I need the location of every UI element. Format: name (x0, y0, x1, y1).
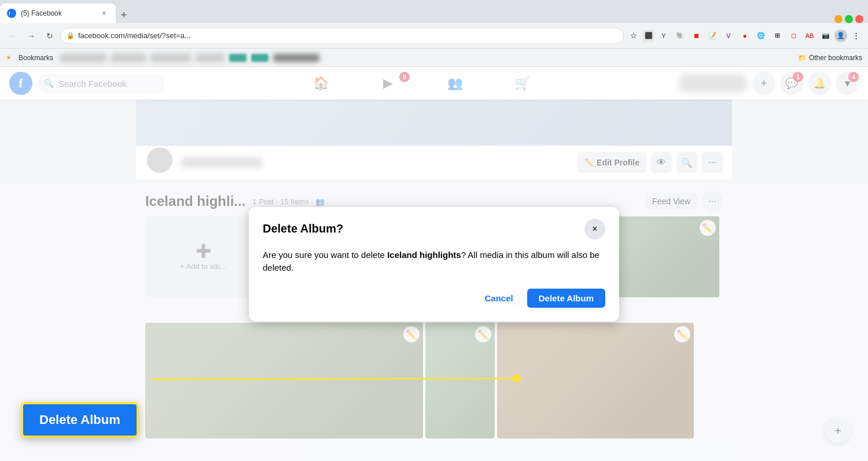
bookmark-star-icon[interactable]: ☆ (626, 28, 641, 43)
modal-header: Delete Album? × (263, 219, 605, 239)
window-minimize-button[interactable] (834, 15, 843, 23)
bookmarks-label[interactable]: Bookmarks (16, 53, 56, 63)
refresh-button[interactable]: ↻ (42, 28, 58, 44)
bookmarks-star-icon: ★ (6, 54, 12, 61)
bookmark-2[interactable] (111, 54, 146, 62)
bookmark-6[interactable] (251, 54, 269, 62)
ext-icon-2[interactable]: Y (656, 28, 671, 43)
bookmark-5[interactable] (229, 54, 247, 62)
address-bar[interactable]: 🔒 facebook.com/media/set/?set=a... (60, 28, 624, 44)
ext-icon-6[interactable]: V (721, 28, 736, 43)
bookmark-3[interactable] (150, 54, 191, 62)
forward-button[interactable]: → (23, 28, 39, 44)
lock-icon: 🔒 (67, 32, 75, 39)
ext-icon-9[interactable]: ⊞ (770, 28, 785, 43)
browser-toolbar: ☆ ⬛ Y 🐘 ◼ 📝 V ● 🌐 ⊞ ◻ AB 📷 👤 ⋮ (626, 28, 863, 43)
modal-body: Are you sure you want to delete Iceland … (263, 249, 605, 275)
modal-close-button[interactable]: × (584, 219, 605, 239)
zoomed-delete-album-button[interactable]: Delete Album (21, 402, 139, 438)
delete-album-modal: Delete Album? × Are you sure you want to… (249, 207, 619, 322)
window-maximize-button[interactable] (845, 15, 853, 23)
cancel-button[interactable]: Cancel (478, 289, 520, 308)
back-button[interactable]: ← (5, 28, 21, 44)
ext-icon-10[interactable]: ◻ (786, 28, 801, 43)
ext-icon-8[interactable]: 🌐 (753, 28, 768, 43)
new-tab-button[interactable]: + (116, 7, 132, 23)
tab-title: (5) Facebook (21, 9, 95, 17)
other-bookmarks[interactable]: 📁 Other bookmarks (798, 54, 862, 62)
bookmark-7[interactable] (273, 54, 319, 62)
user-profile-icon[interactable]: 👤 (834, 29, 847, 42)
svg-text:f: f (9, 11, 10, 16)
bookmark-4[interactable] (196, 54, 225, 62)
ext-icon-4[interactable]: ◼ (689, 28, 704, 43)
ext-icon-7[interactable]: ● (737, 28, 752, 43)
ext-icon-3[interactable]: 🐘 (672, 28, 687, 43)
modal-footer: Cancel Delete Album (263, 289, 605, 308)
tab-favicon: f (7, 9, 16, 18)
ext-icon-5[interactable]: 📝 (705, 28, 720, 43)
bookmarks-bar: ★ Bookmarks 📁 Other bookmarks (0, 49, 868, 67)
modal-title: Delete Album? (263, 222, 343, 235)
chrome-menu-button[interactable]: ⋮ (848, 28, 863, 43)
ext-icon-12[interactable]: 📷 (818, 28, 833, 43)
facebook-app: f 🔍 Search Facebook 🏠 ▶ 9 👥 🛒 (0, 67, 868, 461)
window-close-button[interactable] (855, 15, 863, 23)
address-text: facebook.com/media/set/?set=a... (78, 31, 617, 40)
active-tab[interactable]: f (5) Facebook × (0, 3, 116, 23)
tab-bar: f (5) Facebook × + (0, 0, 868, 23)
bookmark-1[interactable] (60, 54, 106, 62)
browser-nav-bar: ← → ↻ 🔒 facebook.com/media/set/?set=a...… (0, 23, 868, 49)
ext-icon-11[interactable]: AB (802, 28, 817, 43)
tab-close-button[interactable]: × (100, 9, 109, 18)
delete-album-button[interactable]: Delete Album (527, 289, 605, 308)
ext-icon-1[interactable]: ⬛ (642, 29, 655, 42)
